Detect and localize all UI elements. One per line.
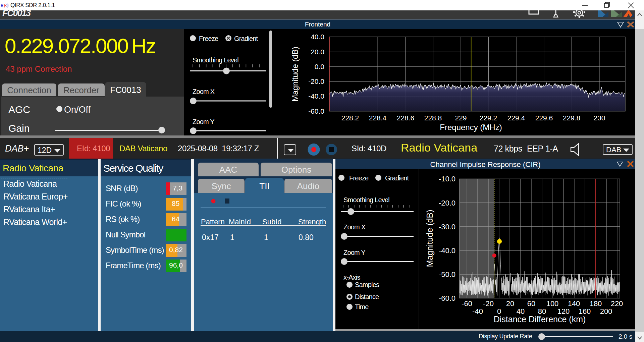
svg-text:Magnitude (dB): Magnitude (dB) bbox=[290, 47, 300, 102]
svg-text:0.0: 0.0 bbox=[315, 63, 324, 70]
svg-text:-20: -20 bbox=[483, 299, 494, 308]
svg-text:-30.0: -30.0 bbox=[439, 223, 455, 231]
svg-text:-20.0: -20.0 bbox=[439, 199, 455, 207]
svg-text:100: 100 bbox=[546, 299, 559, 308]
svg-text:-50.0: -50.0 bbox=[439, 270, 455, 279]
svg-text:228.4: 228.4 bbox=[369, 114, 387, 122]
svg-text:140: 140 bbox=[568, 299, 580, 308]
svg-text:-60: -60 bbox=[462, 299, 472, 308]
svg-text:229.6: 229.6 bbox=[535, 114, 553, 122]
svg-text:229: 229 bbox=[455, 114, 467, 122]
svg-text:Frequency (MHz): Frequency (MHz) bbox=[440, 123, 502, 132]
svg-text:229.4: 229.4 bbox=[507, 114, 525, 122]
svg-text:228.2: 228.2 bbox=[341, 114, 359, 122]
svg-text:228.6: 228.6 bbox=[397, 114, 415, 122]
svg-text:230: 230 bbox=[593, 114, 605, 122]
svg-text:-40.0: -40.0 bbox=[308, 92, 324, 100]
svg-text:-60.0: -60.0 bbox=[308, 107, 324, 115]
svg-text:60: 60 bbox=[527, 299, 535, 308]
svg-text:Magnitude (dB): Magnitude (dB) bbox=[425, 210, 434, 267]
svg-text:228.8: 228.8 bbox=[424, 114, 442, 122]
svg-text:180: 180 bbox=[590, 299, 602, 308]
svg-text:-10.0: -10.0 bbox=[439, 175, 455, 183]
svg-text:229.2: 229.2 bbox=[480, 114, 497, 122]
svg-text:Distance Difference (km): Distance Difference (km) bbox=[494, 315, 586, 324]
svg-text:-40: -40 bbox=[472, 307, 483, 316]
svg-text:-60.0: -60.0 bbox=[439, 294, 455, 302]
svg-text:40.0: 40.0 bbox=[311, 33, 324, 41]
svg-text:-40.0: -40.0 bbox=[439, 246, 455, 255]
svg-text:20.0: 20.0 bbox=[311, 48, 324, 56]
svg-text:20: 20 bbox=[506, 299, 514, 308]
svg-text:-20.0: -20.0 bbox=[308, 77, 324, 85]
svg-text:200: 200 bbox=[600, 307, 612, 316]
svg-text:220: 220 bbox=[611, 299, 623, 308]
svg-text:229.8: 229.8 bbox=[563, 114, 581, 122]
